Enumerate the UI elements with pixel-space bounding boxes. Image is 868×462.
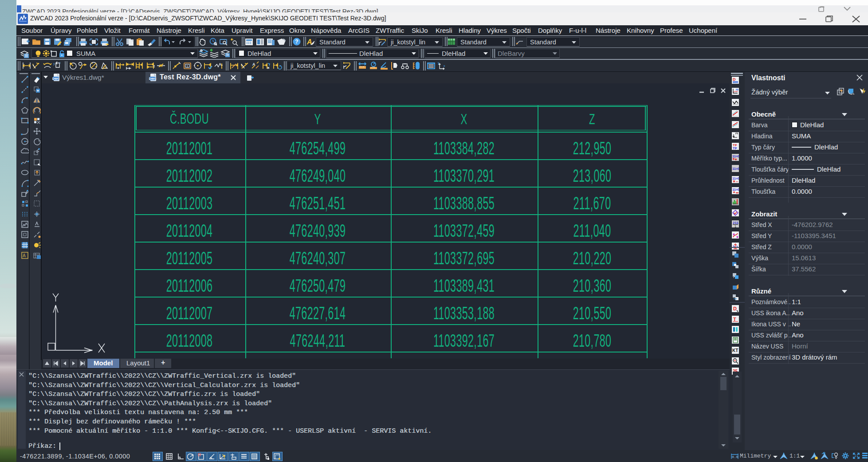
svg-text:x: x — [59, 61, 61, 65]
svg-text:y: y — [53, 62, 55, 66]
svg-text:11=01: 11=01 — [732, 167, 739, 171]
svg-text:T: T — [733, 317, 736, 322]
svg-text:11=01: 11=01 — [732, 154, 739, 158]
svg-text:x: x — [444, 64, 445, 67]
svg-text:11=01: 11=01 — [732, 188, 739, 192]
svg-text:1: 1 — [734, 224, 736, 227]
svg-text:TF: TF — [733, 146, 737, 150]
svg-text:DWG: DWG — [149, 77, 157, 80]
svg-text:A: A — [23, 253, 26, 258]
svg-text:DWG: DWG — [52, 77, 60, 80]
svg-text:1: 1 — [186, 64, 189, 68]
svg-text:D: D — [733, 306, 737, 311]
svg-text:KT: KT — [732, 348, 738, 353]
svg-text:D: D — [733, 77, 736, 82]
svg-text:y: y — [438, 61, 440, 65]
svg-text:11=01: 11=01 — [732, 176, 739, 180]
svg-text:0.0: 0.0 — [732, 455, 738, 459]
svg-text:?: ? — [295, 39, 298, 45]
